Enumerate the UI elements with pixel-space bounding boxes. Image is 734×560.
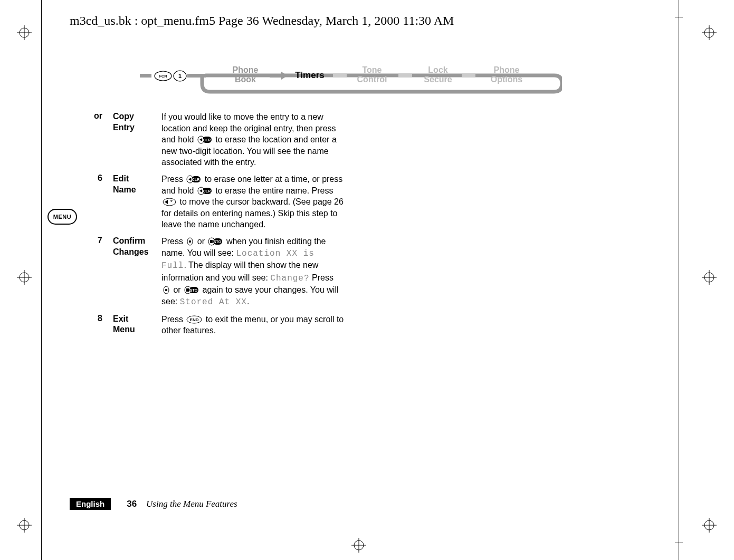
svg-text:1: 1 [178, 73, 182, 79]
svg-text:Secure: Secure [424, 75, 452, 84]
breadcrumb-ribbon: FCN 1 Phone Book Timers Tone Control Loc… [140, 64, 562, 97]
steps-table: orCopyEntryIf you would like to move the… [91, 111, 344, 342]
svg-marker-53 [165, 200, 168, 204]
step-number: or [91, 111, 113, 168]
clr-key-icon: CLR [186, 175, 201, 184]
svg-rect-34 [398, 74, 412, 78]
svg-rect-21 [140, 74, 151, 78]
crop-tick-bottom-right [675, 543, 683, 543]
registration-mark-icon [17, 518, 32, 533]
crop-tick-top-right [675, 17, 683, 17]
step-row: 6EditNamePress CLR to erase one letter a… [91, 173, 344, 230]
display-text: Location XX is Full [161, 249, 314, 271]
sto-key-icon: STO [184, 286, 199, 294]
registration-mark-icon [702, 25, 717, 40]
step-body: Press CLR to erase one letter at a time,… [161, 173, 344, 230]
registration-mark-icon [17, 270, 32, 285]
sto-key-icon: STO [208, 237, 223, 246]
page-footer: English 36 Using the Menu Features [70, 498, 439, 510]
clr-key-icon: CLR [197, 187, 212, 195]
svg-text:CLR: CLR [192, 178, 199, 181]
crop-line-left [41, 0, 42, 560]
language-tag: English [70, 498, 111, 510]
step-label: CopyEntry [113, 111, 161, 168]
select-key-icon [186, 237, 194, 246]
svg-text:STO: STO [190, 288, 198, 292]
display-text: Change? [270, 274, 309, 283]
svg-text:Phone: Phone [494, 65, 520, 74]
crop-line-right [679, 0, 679, 560]
svg-marker-41 [199, 138, 202, 141]
svg-rect-31 [333, 74, 347, 78]
clr-key-icon: CLR [197, 136, 212, 144]
display-text: Stored At XX [180, 297, 247, 307]
menu-badge: MENU [47, 209, 77, 225]
svg-text:Book: Book [235, 75, 256, 84]
step-number: 6 [91, 173, 113, 230]
svg-text:CLR: CLR [203, 138, 211, 142]
svg-rect-58 [210, 240, 213, 243]
section-title: Using the Menu Features [146, 499, 237, 509]
step-label: ExitMenu [113, 314, 161, 336]
step-body: Press END to exit the menu, or you may s… [161, 314, 344, 336]
select-key-icon [163, 286, 170, 294]
svg-point-62 [165, 289, 167, 291]
svg-text:Lock: Lock [428, 65, 447, 74]
svg-text:STO: STO [214, 240, 222, 244]
step-body: If you would like to move the entry to a… [161, 111, 344, 168]
svg-marker-45 [188, 178, 191, 181]
registration-mark-icon [702, 270, 717, 285]
svg-point-56 [189, 240, 191, 243]
registration-mark-icon [702, 518, 717, 533]
page-header: m3cd_us.bk : opt_menu.fm5 Page 36 Wednes… [70, 14, 454, 28]
step-label: ConfirmChanges [113, 236, 161, 308]
svg-text:FCN: FCN [159, 74, 167, 78]
svg-text:Control: Control [357, 75, 387, 84]
step-body: Press or STO when you finish editing the… [161, 236, 344, 308]
svg-text:Options: Options [491, 75, 523, 84]
step-row: 8ExitMenuPress END to exit the menu, or … [91, 314, 344, 336]
step-row: 7ConfirmChangesPress or STO when you fin… [91, 236, 344, 308]
svg-text:Tone: Tone [362, 65, 382, 74]
step-row: orCopyEntryIf you would like to move the… [91, 111, 344, 168]
end-key-icon: END [186, 315, 202, 324]
registration-mark-icon [17, 25, 32, 40]
svg-rect-37 [462, 74, 475, 78]
left-star-key-icon: * [163, 198, 176, 206]
svg-text:CLR: CLR [203, 189, 211, 193]
ribbon-active: Timers [295, 70, 324, 80]
svg-text:*: * [170, 199, 173, 205]
svg-marker-49 [199, 189, 202, 192]
registration-mark-icon [351, 538, 366, 553]
step-number: 7 [91, 236, 113, 308]
page-number: 36 [127, 499, 137, 509]
svg-rect-29 [270, 74, 281, 78]
svg-marker-30 [281, 72, 288, 80]
svg-text:END: END [190, 317, 199, 322]
svg-text:Phone: Phone [233, 65, 259, 74]
step-label: EditName [113, 173, 161, 230]
step-number: 8 [91, 314, 113, 336]
svg-rect-64 [186, 288, 189, 292]
